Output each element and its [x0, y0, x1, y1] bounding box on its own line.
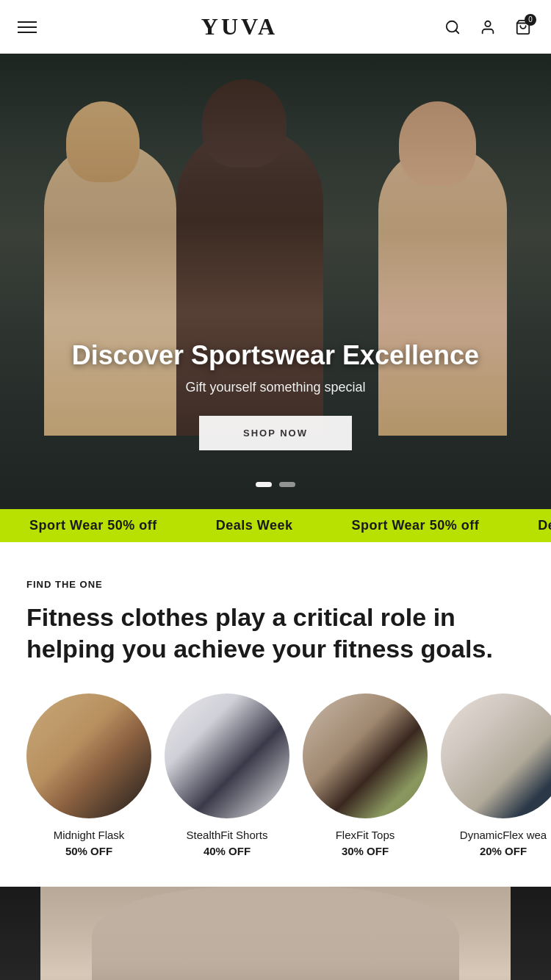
product-discount-3: 30% OFF — [342, 845, 389, 857]
product-item-4[interactable]: DynamicFlex wea 20% OFF — [441, 693, 551, 857]
product-item-2[interactable]: StealthFit Shorts 40% OFF — [165, 693, 289, 857]
product-discount-1: 50% OFF — [65, 845, 112, 857]
product-image-1 — [26, 693, 151, 818]
hero-content: Discover Sportswear Excellence Gift your… — [0, 339, 551, 450]
product-image-2 — [165, 693, 289, 818]
product-image-3 — [303, 693, 428, 818]
svg-point-2 — [485, 21, 490, 26]
product-discount-4: 20% OFF — [480, 845, 527, 857]
product-image-4 — [441, 693, 551, 818]
menu-button[interactable] — [18, 21, 37, 33]
cart-icon[interactable]: 0 — [513, 17, 533, 37]
bottom-teaser — [0, 887, 551, 980]
cart-count: 0 — [525, 14, 536, 26]
product-name-4: DynamicFlex wea — [460, 829, 547, 841]
product-name-3: FlexFit Tops — [336, 829, 395, 841]
ticker-item: Sport Wear 50% off — [322, 518, 508, 533]
ticker-banner: Sport Wear 50% off Deals Week Sport Wear… — [0, 509, 551, 542]
hero-dot-1[interactable] — [256, 482, 272, 487]
search-icon[interactable] — [442, 17, 463, 37]
products-row: Midnight Flask 50% OFF StealthFit Shorts… — [26, 693, 525, 865]
product-discount-2: 40% OFF — [204, 845, 251, 857]
product-name-1: Midnight Flask — [54, 829, 125, 841]
ticker-inner: Sport Wear 50% off Deals Week Sport Wear… — [0, 518, 551, 533]
hero-title: Discover Sportswear Excellence — [44, 339, 507, 371]
find-label: FIND THE ONE — [26, 579, 525, 590]
product-item-3[interactable]: FlexFit Tops 30% OFF — [303, 693, 428, 857]
logo[interactable]: YUVA — [201, 13, 278, 40]
account-icon[interactable] — [478, 17, 498, 37]
hero-subtitle: Gift yourself something special — [44, 380, 507, 395]
hero-dot-2[interactable] — [279, 482, 295, 487]
find-section: FIND THE ONE Fitness clothes play a crit… — [0, 542, 551, 887]
header-icons: 0 — [442, 17, 533, 37]
ticker-item: Sport Wear 50% off — [0, 518, 187, 533]
product-name-2: StealthFit Shorts — [187, 829, 268, 841]
ticker-item: Deals Week — [508, 518, 551, 533]
svg-line-1 — [455, 30, 458, 33]
shop-now-button[interactable]: SHOP NOW — [199, 416, 352, 450]
header: YUVA 0 — [0, 0, 551, 54]
hero-dots — [0, 482, 551, 487]
hero-section: Discover Sportswear Excellence Gift your… — [0, 54, 551, 509]
find-title: Fitness clothes play a critical role in … — [26, 602, 525, 664]
ticker-item: Deals Week — [187, 518, 323, 533]
product-item-1[interactable]: Midnight Flask 50% OFF — [26, 693, 151, 857]
